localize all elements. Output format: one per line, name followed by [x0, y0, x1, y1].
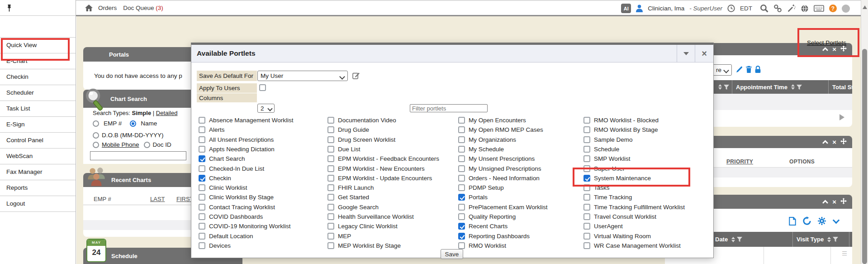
sidebar-item-webscan[interactable]: WebScan — [0, 149, 76, 164]
portlet-checkbox[interactable] — [458, 213, 465, 220]
globe-icon[interactable] — [801, 5, 809, 13]
chevron-down-icon[interactable] — [833, 217, 840, 224]
portlet-checkbox[interactable] — [327, 155, 334, 162]
radio-emp-number[interactable] — [93, 120, 99, 127]
select-portlets-link[interactable]: Select Portlets — [807, 39, 846, 46]
portlet-checkbox[interactable] — [199, 194, 205, 201]
move-panel-icon[interactable] — [840, 198, 847, 206]
breadcrumb-doc-queue[interactable]: Doc Queue (3) — [123, 5, 163, 11]
portlet-checkbox[interactable] — [458, 233, 465, 240]
portlet-checkbox[interactable] — [327, 223, 334, 230]
close-panel-icon[interactable]: × — [832, 46, 836, 53]
sidebar-item-task-list[interactable]: Task List — [0, 101, 76, 117]
apply-to-users-checkbox[interactable] — [259, 84, 266, 91]
portlet-checkbox[interactable] — [327, 117, 334, 124]
portlet-checkbox[interactable] — [327, 194, 334, 201]
sidebar-item-reports[interactable]: Reports — [0, 180, 76, 196]
modal-collapse-button[interactable] — [677, 45, 695, 62]
portlet-checkbox[interactable] — [199, 213, 205, 220]
modal-close-button[interactable]: × — [695, 45, 713, 62]
move-panel-icon[interactable] — [840, 45, 847, 53]
portlet-checkbox[interactable] — [327, 204, 334, 211]
save-button[interactable]: Save — [441, 249, 463, 259]
expand-right-icon[interactable] — [840, 114, 844, 120]
portlet-checkbox[interactable] — [583, 223, 590, 230]
portlet-checkbox[interactable] — [199, 146, 205, 153]
visits-col-archived[interactable]: Archi — [849, 232, 852, 247]
sort-icon[interactable] — [791, 84, 795, 90]
sidebar-item-quick-view[interactable]: Quick View — [0, 38, 76, 53]
portlet-checkbox[interactable] — [458, 175, 465, 182]
portlet-checkbox[interactable] — [583, 184, 590, 191]
portlet-checkbox[interactable] — [458, 126, 465, 133]
breadcrumb-orders[interactable]: Orders — [98, 5, 117, 11]
portlet-checkbox[interactable] — [458, 117, 465, 124]
keyboard-icon[interactable] — [814, 5, 824, 12]
portlet-checkbox[interactable] — [583, 213, 590, 220]
lock-view-icon[interactable] — [754, 66, 761, 75]
sort-icon[interactable] — [827, 237, 831, 242]
sidebar-item-fax-manager[interactable]: Fax Manager — [0, 164, 76, 180]
row-menu-icon[interactable]: ——— — [842, 250, 847, 256]
avatar[interactable] — [842, 5, 850, 13]
portlet-filter-input[interactable] — [410, 104, 488, 112]
portlet-checkbox[interactable] — [327, 165, 334, 172]
portlet-checkbox[interactable] — [583, 242, 590, 249]
recent-charts-col-emp[interactable]: EMP # — [94, 196, 111, 202]
portlet-checkbox[interactable] — [458, 242, 465, 249]
sidebar-item-control-panel[interactable]: Control Panel — [0, 133, 76, 149]
new-document-icon[interactable] — [789, 217, 796, 227]
portlet-checkbox[interactable] — [199, 136, 205, 143]
scrollbar-up-arrow[interactable] — [863, 5, 867, 9]
portlet-checkbox[interactable] — [199, 204, 205, 211]
radio-doc-id[interactable] — [144, 142, 150, 148]
portlet-checkbox[interactable] — [327, 184, 334, 191]
edit-view-icon[interactable] — [735, 66, 743, 75]
refresh-icon[interactable] — [802, 216, 811, 227]
sort-icon[interactable] — [731, 237, 735, 242]
portlet-checkbox[interactable] — [583, 175, 590, 182]
portlet-checkbox[interactable] — [583, 194, 590, 201]
portlet-checkbox[interactable] — [458, 165, 465, 172]
sidebar-item-e-chart[interactable]: E-Chart — [0, 53, 76, 69]
portlet-checkbox[interactable] — [327, 233, 334, 240]
chart-search-input[interactable] — [90, 151, 186, 160]
portlet-checkbox[interactable] — [583, 233, 590, 240]
link-icon[interactable] — [773, 4, 782, 13]
collapse-icon[interactable] — [822, 139, 828, 145]
sidebar-pin-item[interactable] — [0, 0, 76, 16]
priority-column-header[interactable]: PRIORITY — [726, 158, 753, 165]
columns-select[interactable]: 2 — [257, 104, 275, 113]
portlet-checkbox[interactable] — [199, 117, 205, 124]
portlet-checkbox[interactable] — [327, 242, 334, 249]
portlet-checkbox[interactable] — [327, 126, 334, 133]
radio-dob[interactable] — [93, 132, 99, 139]
delete-view-icon[interactable] — [745, 66, 752, 75]
portlet-checkbox[interactable] — [327, 146, 334, 153]
search-type-detailed-link[interactable]: Detailed — [156, 110, 178, 116]
sidebar-item-logout[interactable]: Logout — [0, 196, 76, 212]
collapse-icon[interactable] — [822, 198, 828, 205]
radio-name[interactable] — [130, 120, 136, 127]
wand-icon[interactable] — [787, 4, 796, 13]
portlet-checkbox[interactable] — [583, 126, 590, 133]
help-icon[interactable]: ? — [829, 5, 837, 12]
portlet-checkbox[interactable] — [458, 184, 465, 191]
appointments-col-time[interactable]: Appointment Time — [732, 80, 829, 94]
sort-icon[interactable] — [718, 84, 722, 90]
portlet-checkbox[interactable] — [199, 155, 205, 162]
portlet-checkbox[interactable] — [199, 242, 205, 249]
edit-default-icon[interactable] — [352, 72, 360, 79]
sidebar-item-e-sign[interactable]: E-Sign — [0, 117, 76, 133]
portlet-checkbox[interactable] — [199, 165, 205, 172]
portlet-checkbox[interactable] — [458, 146, 465, 153]
portlet-checkbox[interactable] — [199, 175, 205, 182]
portlet-checkbox[interactable] — [583, 117, 590, 124]
portlet-checkbox[interactable] — [327, 213, 334, 220]
portlet-checkbox[interactable] — [327, 175, 334, 182]
portlet-checkbox[interactable] — [583, 204, 590, 211]
gear-icon[interactable] — [817, 216, 826, 227]
radio-mobile-phone[interactable] — [93, 142, 99, 148]
collapse-icon[interactable] — [822, 46, 828, 53]
visits-col-visit-type[interactable]: Visit Type — [793, 232, 849, 247]
